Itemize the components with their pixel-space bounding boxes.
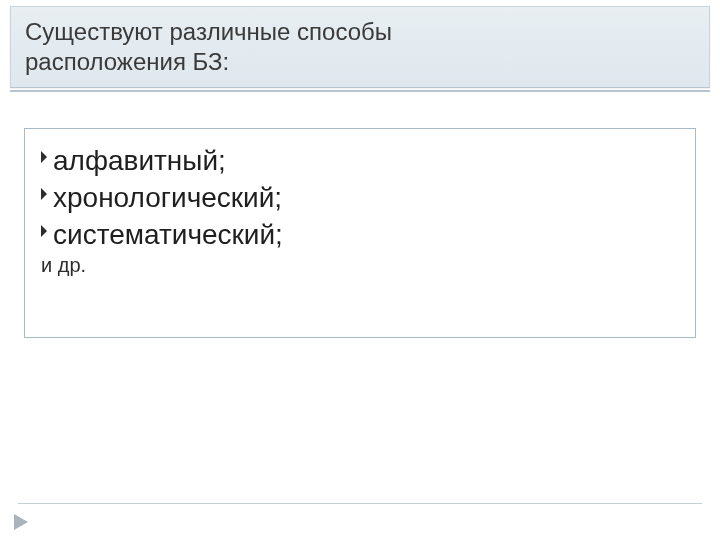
bullet-text: алфавитный; — [53, 143, 226, 178]
bullet-icon — [41, 217, 51, 245]
title-underline — [10, 90, 710, 92]
svg-marker-1 — [41, 188, 47, 200]
list-item: алфавитный; — [41, 143, 679, 178]
bullet-text: хронологический; — [53, 180, 282, 215]
bullet-icon — [41, 143, 51, 171]
bullet-text: систематический; — [53, 217, 283, 252]
content-box: алфавитный; хронологический; систематиче… — [24, 128, 696, 338]
title-line-2: расположения БЗ: — [25, 47, 695, 77]
play-arrow-icon — [14, 514, 30, 530]
title-bar: Существуют различные способы расположени… — [10, 6, 710, 88]
svg-marker-2 — [41, 225, 47, 237]
bullet-icon — [41, 180, 51, 208]
bullet-list: алфавитный; хронологический; систематиче… — [41, 143, 679, 252]
list-item: хронологический; — [41, 180, 679, 215]
title-line-1: Существуют различные способы — [25, 17, 695, 47]
footer-divider — [18, 503, 702, 504]
svg-marker-3 — [14, 514, 28, 530]
svg-marker-0 — [41, 151, 47, 163]
list-item: систематический; — [41, 217, 679, 252]
etc-label: и др. — [41, 254, 679, 277]
